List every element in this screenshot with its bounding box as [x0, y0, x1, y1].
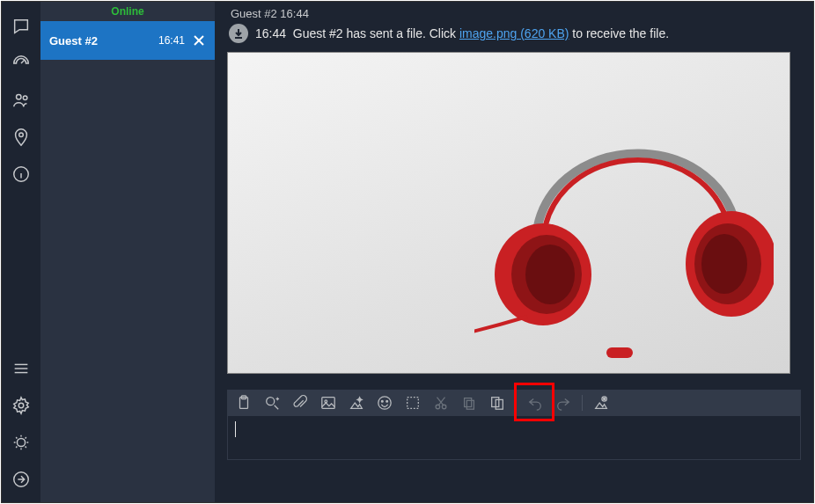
undo-tool[interactable] [525, 393, 545, 413]
users-icon[interactable] [9, 88, 33, 113]
settings-icon[interactable] [9, 393, 33, 418]
image-tool[interactable] [319, 393, 338, 413]
session-time: 16:41 [158, 34, 185, 47]
info-icon[interactable] [9, 162, 33, 186]
svg-point-36 [442, 405, 446, 409]
svg-rect-22 [606, 347, 633, 358]
svg-point-44 [604, 398, 606, 399]
copy-tool[interactable] [459, 393, 479, 413]
svg-rect-40 [466, 400, 474, 409]
location-icon[interactable] [9, 125, 33, 150]
svg-point-21 [701, 234, 747, 294]
sidebar: Online Guest #2 16:41 [40, 2, 215, 502]
session-item[interactable]: Guest #2 16:41 [40, 21, 215, 60]
image-preview[interactable] [227, 52, 790, 374]
cut-tool[interactable] [431, 393, 451, 413]
image-preview-tool[interactable] [591, 393, 611, 413]
svg-point-33 [386, 400, 388, 402]
svg-point-2 [23, 96, 27, 100]
template-tool[interactable] [262, 393, 282, 413]
separator [582, 395, 583, 411]
svg-point-3 [19, 133, 24, 137]
close-icon[interactable] [192, 33, 206, 47]
theme-icon[interactable] [9, 430, 33, 455]
msg-suffix: to receive the file. [572, 26, 669, 40]
logout-icon[interactable] [9, 467, 33, 492]
file-link[interactable]: image.png (620 KB) [459, 26, 569, 40]
editor-toolbar [227, 390, 801, 416]
nav-rail [2, 2, 40, 502]
svg-point-25 [267, 398, 275, 405]
headphones-illustration [474, 79, 774, 361]
chat-icon[interactable] [9, 14, 33, 39]
svg-line-26 [275, 405, 279, 410]
paste-tool[interactable] [234, 393, 253, 413]
svg-point-1 [17, 95, 22, 100]
redo-tool[interactable] [554, 393, 573, 413]
emoji-tool[interactable] [375, 393, 394, 413]
clipboard-tool[interactable] [488, 393, 507, 413]
dashboard-icon[interactable] [9, 51, 33, 76]
message-input[interactable] [227, 416, 801, 460]
msg-time: 16:44 [255, 26, 286, 40]
text-cursor [235, 421, 236, 437]
crop-tool[interactable] [403, 393, 422, 413]
session-name: Guest #2 [49, 34, 158, 47]
svg-point-18 [525, 245, 575, 304]
svg-point-10 [18, 403, 24, 408]
svg-point-32 [381, 400, 383, 402]
menu-icon[interactable] [9, 356, 33, 381]
download-icon[interactable] [229, 24, 248, 43]
chat-header: Guest #2 16:44 [227, 7, 801, 20]
file-message: 16:44 Guest #2 has sent a file. Click im… [227, 24, 801, 43]
svg-point-35 [436, 405, 440, 409]
svg-rect-39 [465, 398, 472, 407]
imagefx-tool[interactable] [347, 393, 366, 413]
svg-rect-34 [408, 398, 419, 409]
msg-prefix: Guest #2 has sent a file. Click [293, 26, 456, 40]
svg-line-0 [21, 60, 25, 63]
attach-tool[interactable] [290, 393, 310, 413]
separator [516, 395, 517, 411]
svg-rect-29 [322, 398, 334, 409]
chat-area: Guest #2 16:44 16:44 Guest #2 has sent a… [215, 2, 813, 502]
status-label: Online [40, 2, 215, 21]
svg-point-11 [17, 438, 25, 446]
